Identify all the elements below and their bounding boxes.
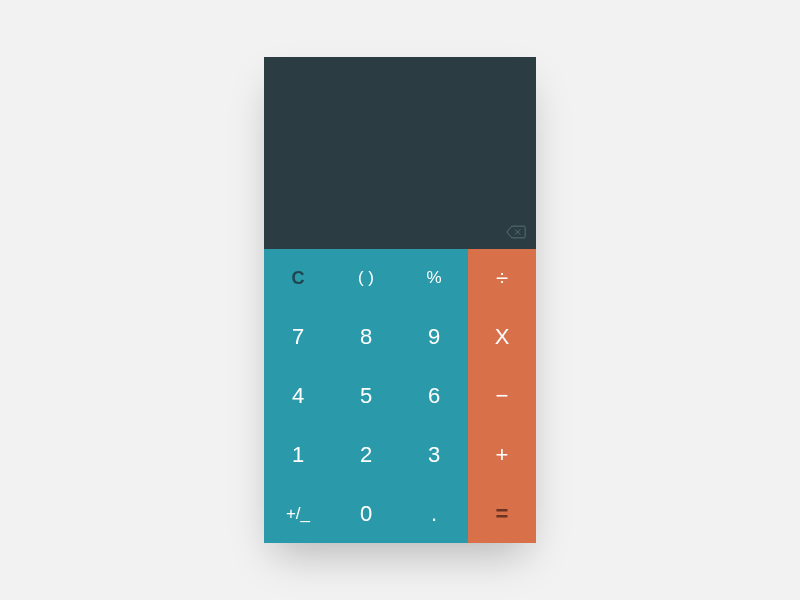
- calculator: C ( ) % 7 8 9 4 5 6 1 2 3 +/_ 0 . ÷ X − …: [264, 57, 536, 543]
- backspace-icon[interactable]: [506, 225, 526, 239]
- digit-3-button[interactable]: 3: [400, 425, 468, 484]
- sign-toggle-button[interactable]: +/_: [264, 484, 332, 543]
- decimal-button[interactable]: .: [400, 484, 468, 543]
- display-area: [264, 57, 536, 249]
- main-keys: C ( ) % 7 8 9 4 5 6 1 2 3 +/_ 0 .: [264, 249, 468, 543]
- digit-4-button[interactable]: 4: [264, 367, 332, 426]
- digit-5-button[interactable]: 5: [332, 367, 400, 426]
- digit-8-button[interactable]: 8: [332, 308, 400, 367]
- operator-keys: ÷ X − + =: [468, 249, 536, 543]
- digit-7-button[interactable]: 7: [264, 308, 332, 367]
- digit-6-button[interactable]: 6: [400, 367, 468, 426]
- multiply-button[interactable]: X: [468, 308, 536, 367]
- equals-button[interactable]: =: [468, 484, 536, 543]
- parentheses-button[interactable]: ( ): [332, 249, 400, 308]
- digit-9-button[interactable]: 9: [400, 308, 468, 367]
- add-button[interactable]: +: [468, 425, 536, 484]
- digit-1-button[interactable]: 1: [264, 425, 332, 484]
- subtract-button[interactable]: −: [468, 367, 536, 426]
- keypad: C ( ) % 7 8 9 4 5 6 1 2 3 +/_ 0 . ÷ X − …: [264, 249, 536, 543]
- digit-2-button[interactable]: 2: [332, 425, 400, 484]
- percent-button[interactable]: %: [400, 249, 468, 308]
- digit-0-button[interactable]: 0: [332, 484, 400, 543]
- divide-button[interactable]: ÷: [468, 249, 536, 308]
- clear-button[interactable]: C: [264, 249, 332, 308]
